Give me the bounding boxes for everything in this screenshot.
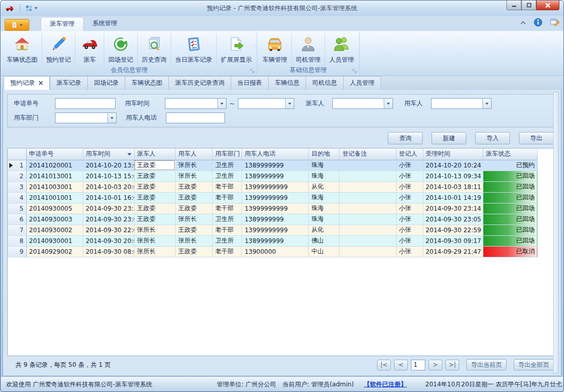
cell-申请单号[interactable]: 20140930001	[26, 235, 83, 246]
cell-用车人电话[interactable]: 13999999999	[242, 192, 309, 203]
cell-登记备注[interactable]	[340, 181, 396, 192]
export-current-page-button[interactable]: 导出当前页	[466, 359, 506, 370]
cell-派车状态[interactable]: 已回场	[483, 225, 537, 235]
cell-用车人[interactable]: 张所长	[175, 160, 212, 171]
cell-用车人电话[interactable]: 1389999999	[242, 235, 309, 246]
dispatcher-dropdown[interactable]	[332, 98, 393, 109]
cell-申请单号[interactable]: 20141020001	[26, 160, 83, 171]
cell-用车人[interactable]: 王政委	[175, 181, 212, 192]
table-row[interactable]: 6201409300032014-09-30 23:00王政委张所长卫生所138…	[8, 214, 538, 225]
cell-申请单号[interactable]: 20140930003	[26, 214, 83, 225]
table-row[interactable]: 8201409300012014-09-30 20:00张所长张所长卫生所138…	[8, 235, 538, 246]
cell-用车人电话[interactable]: 1389999999	[242, 214, 309, 225]
ribbon-button-派车[interactable]: 派车	[76, 33, 104, 66]
table-row[interactable]: 7201409300022014-09-30 22:00张所长王政委老干部139…	[8, 225, 538, 235]
first-page-button[interactable]: |<	[377, 360, 391, 370]
info-icon[interactable]	[534, 18, 542, 28]
cell-用车人[interactable]: 王政委	[175, 246, 212, 257]
cell-登记备注[interactable]	[340, 225, 396, 235]
doc-tab-预约记录[interactable]: 预约记录	[4, 76, 50, 90]
column-header-派车状态[interactable]: 派车状态	[483, 148, 537, 160]
column-header-登记备注[interactable]: 登记备注	[340, 148, 396, 160]
cell-派车人[interactable]: 张所长	[134, 225, 175, 235]
cell-用车部门[interactable]: 老干部	[213, 246, 242, 257]
cell-派车人[interactable]: 王政委	[134, 181, 175, 192]
column-header-目的地[interactable]: 目的地	[309, 148, 340, 160]
prev-page-button[interactable]: <	[394, 360, 408, 370]
cell-用车部门[interactable]: 老干部	[213, 192, 242, 203]
minimize-button[interactable]	[506, 1, 521, 10]
dept-dropdown[interactable]	[55, 113, 117, 123]
cell-目的地[interactable]: 珠海	[309, 203, 340, 214]
page-number-input[interactable]	[411, 360, 425, 370]
cell-申请单号[interactable]: 20141001001	[26, 192, 83, 203]
ribbon-button-车辆状态图[interactable]: 车辆状态图	[3, 33, 42, 66]
cell-用车人[interactable]: 王政委	[175, 203, 212, 214]
cell-用车人[interactable]: 王政委	[175, 225, 212, 235]
cell-派车人[interactable]: 王政委	[134, 171, 175, 181]
cell-申请单号[interactable]: 20140930005	[26, 203, 83, 214]
column-header-派车人[interactable]: 派车人	[134, 148, 175, 160]
column-header-登记人[interactable]: 登记人	[396, 148, 423, 160]
cell-目的地[interactable]: 从化	[309, 181, 340, 192]
order-no-input[interactable]	[55, 98, 116, 109]
cell-目的地[interactable]: 珠海	[309, 192, 340, 203]
column-header-用车人电话[interactable]: 用车人电话	[242, 148, 309, 160]
table-row[interactable]: 5201409300052014-09-30 23:30王政委王政委老干部139…	[8, 203, 538, 214]
quick-access-toolbar-button[interactable]	[24, 4, 39, 13]
ribbon-button-预约登记[interactable]: 预约登记	[42, 33, 76, 66]
cell-派车人[interactable]: 王政委	[134, 203, 175, 214]
table-row[interactable]: 2201410130012014-10-13 15:00王政委张所长卫生所138…	[8, 171, 538, 181]
doc-tab-回场记录[interactable]: 回场记录	[87, 76, 125, 90]
cell-用车人电话[interactable]: 13999999999	[242, 225, 309, 235]
table-row[interactable]: 4201410010012014-10-01 16:00王政委王政委老干部139…	[8, 192, 538, 203]
cell-受理时间[interactable]: 2014-10-13 09:34	[423, 171, 483, 181]
dialog-launcher-icon[interactable]	[250, 69, 255, 73]
cell-用车时间[interactable]: 2014-09-30 20:00	[83, 235, 134, 246]
doc-tab-司机信息[interactable]: 司机信息	[306, 76, 343, 90]
vertical-scrollbar[interactable]	[553, 92, 559, 374]
column-header-受理时间[interactable]: 受理时间	[423, 148, 483, 160]
cell-登记人[interactable]: 小张	[396, 192, 423, 203]
export-all-pages-button[interactable]: 导出全部页	[514, 359, 554, 370]
next-page-button[interactable]: >	[428, 360, 442, 370]
close-button[interactable]	[536, 1, 559, 10]
cell-登记人[interactable]: 小张	[396, 203, 423, 214]
ribbon-button-扩展屏显示[interactable]: 扩展屏显示	[217, 33, 256, 66]
cell-登记备注[interactable]	[340, 192, 396, 203]
cell-登记人[interactable]: 小张	[396, 235, 423, 246]
cell-用车人电话[interactable]: 13999999999	[242, 181, 309, 192]
cell-用车部门[interactable]: 卫生所	[213, 235, 242, 246]
use-time-from-dropdown[interactable]	[165, 98, 227, 109]
ribbon-button-车辆管理[interactable]: 车辆管理	[258, 33, 292, 66]
row-indicator-header[interactable]	[8, 148, 26, 160]
application-menu-button[interactable]	[5, 19, 29, 31]
phone-input[interactable]	[166, 113, 225, 123]
cell-目的地[interactable]: 从化	[309, 225, 340, 235]
cell-登记备注[interactable]	[340, 246, 396, 257]
dialog-launcher-icon[interactable]	[352, 69, 357, 73]
cell-目的地[interactable]: 佛山	[309, 235, 340, 246]
cell-派车状态[interactable]: 已回场	[483, 171, 537, 181]
cell-派车人[interactable]: 王政委	[134, 192, 175, 203]
cell-受理时间[interactable]: 2014-09-30 09:17	[423, 235, 483, 246]
collapse-ribbon-icon[interactable]	[520, 20, 527, 27]
cell-申请单号[interactable]: 20141013001	[26, 171, 83, 181]
column-header-申请单号[interactable]: 申请单号	[26, 148, 83, 160]
ribbon-button-回场登记[interactable]: 回场登记	[104, 33, 138, 66]
cell-派车状态[interactable]: 已回场	[483, 214, 537, 225]
column-header-用车部门[interactable]: 用车部门	[213, 148, 242, 160]
cell-用车时间[interactable]: 2014-09-30 23:30	[83, 203, 134, 214]
cell-登记人[interactable]: 小张	[396, 181, 423, 192]
cell-用车人[interactable]: 张所长	[175, 235, 212, 246]
doc-tab-当日报表[interactable]: 当日报表	[231, 76, 268, 90]
cell-受理时间[interactable]: 2014-10-20 10:24	[423, 160, 483, 171]
resize-grip-icon[interactable]	[555, 381, 561, 389]
cell-派车人[interactable]: 张所长	[134, 246, 175, 257]
cell-用车时间[interactable]: 2014-10-20 13:00	[83, 160, 134, 171]
use-time-to-dropdown[interactable]	[238, 98, 294, 109]
cell-目的地[interactable]: 珠海	[309, 214, 340, 225]
cell-登记备注[interactable]	[340, 160, 396, 171]
update-icon[interactable]	[550, 17, 559, 29]
cell-用车时间[interactable]: 2014-09-30 08:00	[83, 246, 134, 257]
